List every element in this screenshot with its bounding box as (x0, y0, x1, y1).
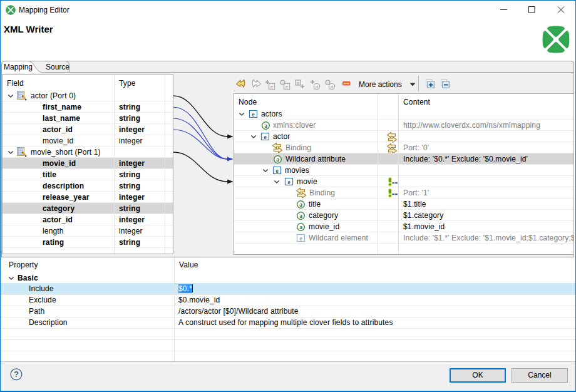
svg-text:e: e (297, 80, 299, 86)
svg-text:e: e (270, 84, 274, 90)
svg-text:e: e (285, 84, 289, 90)
svg-text:e: e (252, 111, 255, 118)
svg-text:?: ? (14, 369, 19, 379)
svg-text:a: a (299, 224, 302, 230)
svg-text:a: a (299, 202, 302, 208)
svg-text:e: e (275, 167, 279, 174)
svg-text:a: a (264, 123, 267, 129)
svg-text:a: a (316, 84, 319, 90)
svg-text:a: a (299, 213, 302, 219)
svg-text:e: e (264, 133, 267, 140)
svg-text:e: e (299, 235, 302, 242)
svg-text:a: a (276, 157, 279, 163)
svg-text:a: a (331, 84, 334, 90)
svg-text:e: e (287, 178, 291, 185)
